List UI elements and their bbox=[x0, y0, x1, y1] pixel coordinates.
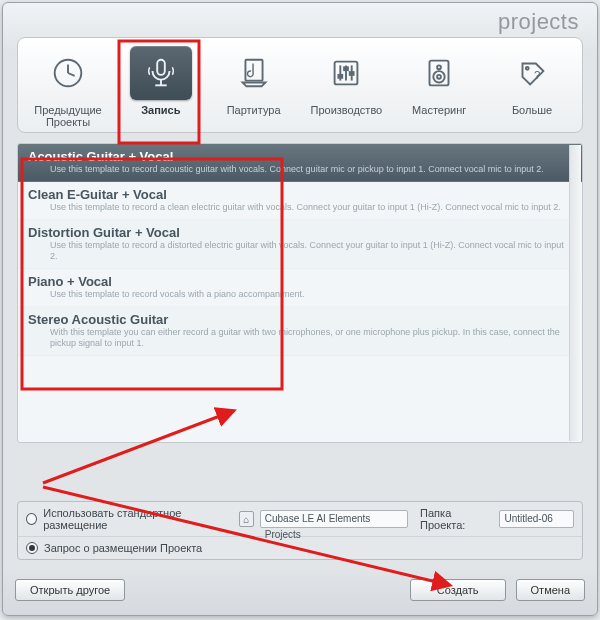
svg-point-17 bbox=[437, 75, 441, 79]
brand-label: projects bbox=[498, 9, 579, 35]
template-item[interactable]: Distortion Guitar + Vocal Use this templ… bbox=[18, 220, 582, 269]
option-label: Использовать стандартное размещение bbox=[43, 507, 233, 531]
tab-mastering[interactable]: Мастеринг bbox=[395, 46, 483, 128]
create-button[interactable]: Создать bbox=[410, 579, 506, 601]
svg-point-16 bbox=[433, 71, 444, 82]
browse-path-button[interactable]: ⌂ bbox=[239, 511, 254, 527]
template-desc: Use this template to record acoustic gui… bbox=[28, 164, 572, 175]
svg-line-2 bbox=[68, 73, 75, 76]
speaker-icon bbox=[408, 46, 470, 100]
tab-label: Больше bbox=[488, 104, 576, 116]
project-folder-field[interactable]: Untitled-06 bbox=[499, 510, 574, 528]
template-item[interactable]: Clean E-Guitar + Vocal Use this template… bbox=[18, 182, 582, 220]
folder-label: Папка Проекта: bbox=[420, 507, 493, 531]
template-title: Acoustic Guitar + Vocal bbox=[28, 149, 572, 164]
svg-point-18 bbox=[526, 67, 529, 70]
template-desc: Use this template to record a distorted … bbox=[28, 240, 572, 262]
template-desc: Use this template to record vocals with … bbox=[28, 289, 572, 300]
mixer-sliders-icon bbox=[315, 46, 377, 100]
option-label: Запрос о размещении Проекта bbox=[44, 542, 202, 554]
template-title: Piano + Vocal bbox=[28, 274, 572, 289]
tab-recording[interactable]: Запись bbox=[117, 46, 205, 128]
template-item[interactable]: Stereo Acoustic Guitar With this templat… bbox=[18, 307, 582, 356]
project-location-options: Использовать стандартное размещение ⌂ Cu… bbox=[17, 501, 583, 560]
tab-label: Предыдущие Проекты bbox=[24, 104, 112, 128]
template-title: Stereo Acoustic Guitar bbox=[28, 312, 572, 327]
template-item[interactable]: Piano + Vocal Use this template to recor… bbox=[18, 269, 582, 307]
tab-score[interactable]: Партитура bbox=[210, 46, 298, 128]
project-assistant-window: projects Предыдущие Проекты Запись bbox=[2, 2, 598, 616]
tag-question-icon: ? bbox=[501, 46, 563, 100]
tab-more[interactable]: ? Больше bbox=[488, 46, 576, 128]
list-scrollbar[interactable] bbox=[569, 145, 581, 441]
clock-icon bbox=[37, 46, 99, 100]
default-path-field[interactable]: Cubase LE AI Elements Projects bbox=[260, 510, 408, 528]
radio-icon bbox=[26, 542, 38, 554]
template-title: Distortion Guitar + Vocal bbox=[28, 225, 572, 240]
titlebar: projects bbox=[3, 3, 597, 31]
svg-point-15 bbox=[437, 65, 441, 69]
option-use-default-location[interactable]: Использовать стандартное размещение ⌂ Cu… bbox=[18, 502, 582, 537]
tab-production[interactable]: Производство bbox=[302, 46, 390, 128]
template-item[interactable]: Acoustic Guitar + Vocal Use this templat… bbox=[18, 144, 582, 182]
svg-rect-11 bbox=[339, 75, 343, 78]
svg-rect-3 bbox=[157, 60, 165, 75]
svg-rect-13 bbox=[350, 72, 354, 75]
open-other-button[interactable]: Открыть другое bbox=[15, 579, 125, 601]
radio-icon bbox=[26, 513, 37, 525]
svg-rect-12 bbox=[344, 67, 348, 70]
svg-text:?: ? bbox=[534, 69, 540, 81]
microphone-icon bbox=[130, 46, 192, 100]
template-list: Acoustic Guitar + Vocal Use this templat… bbox=[17, 143, 583, 443]
cancel-button[interactable]: Отмена bbox=[516, 579, 585, 601]
category-tab-bar: Предыдущие Проекты Запись bbox=[17, 37, 583, 133]
tab-label: Партитура bbox=[210, 104, 298, 116]
svg-rect-6 bbox=[245, 60, 262, 81]
tab-label: Мастеринг bbox=[395, 104, 483, 116]
template-desc: With this template you can either record… bbox=[28, 327, 572, 349]
dialog-footer: Открыть другое Создать Отмена bbox=[15, 579, 585, 601]
tab-label: Запись bbox=[117, 104, 205, 116]
tab-label: Производство bbox=[302, 104, 390, 116]
template-desc: Use this template to record a clean elec… bbox=[28, 202, 572, 213]
score-sheet-icon bbox=[223, 46, 285, 100]
tab-previous-projects[interactable]: Предыдущие Проекты bbox=[24, 46, 112, 128]
template-title: Clean E-Guitar + Vocal bbox=[28, 187, 572, 202]
